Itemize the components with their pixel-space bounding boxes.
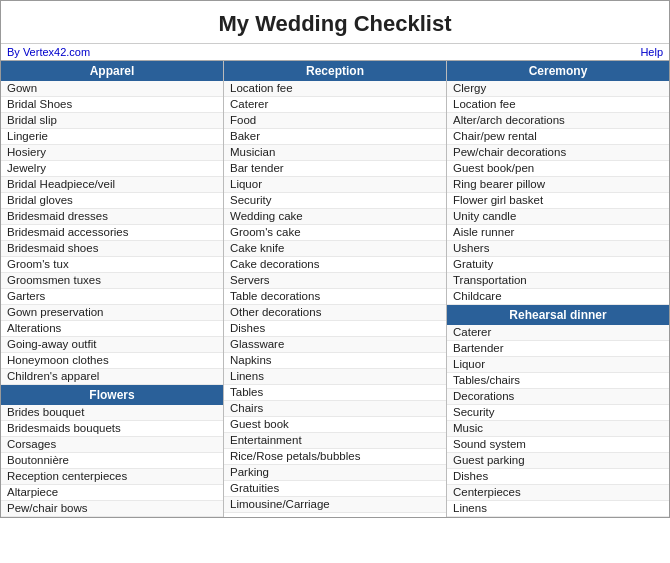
list-item: Rice/Rose petals/bubbles bbox=[224, 449, 446, 465]
list-item: Parking bbox=[224, 465, 446, 481]
list-item: Brides bouquet bbox=[1, 405, 223, 421]
list-item: Alterations bbox=[1, 321, 223, 337]
list-item: Napkins bbox=[224, 353, 446, 369]
help-link[interactable]: Help bbox=[640, 46, 663, 58]
page-wrapper: My Wedding Checklist By Vertex42.com Hel… bbox=[0, 0, 670, 518]
list-item: Altarpiece bbox=[1, 485, 223, 501]
list-item: Gown preservation bbox=[1, 305, 223, 321]
list-item: Aisle runner bbox=[447, 225, 669, 241]
apparel-header: Apparel bbox=[1, 61, 223, 81]
list-item: Jewelry bbox=[1, 161, 223, 177]
list-item: Location fee bbox=[447, 97, 669, 113]
list-item: Bridesmaid accessories bbox=[1, 225, 223, 241]
list-item: Groom's tux bbox=[1, 257, 223, 273]
list-item: Ring bearer pillow bbox=[447, 177, 669, 193]
list-item: Children's apparel bbox=[1, 369, 223, 385]
list-item: Reception centerpieces bbox=[1, 469, 223, 485]
list-item: Sound system bbox=[447, 437, 669, 453]
title-bar: My Wedding Checklist bbox=[1, 1, 669, 44]
list-item: Wedding cake bbox=[224, 209, 446, 225]
list-item: Childcare bbox=[447, 289, 669, 305]
list-item: Alter/arch decorations bbox=[447, 113, 669, 129]
list-item: Flower girl basket bbox=[447, 193, 669, 209]
list-item: Caterer bbox=[447, 325, 669, 341]
ceremony-list: ClergyLocation feeAlter/arch decorations… bbox=[447, 81, 669, 305]
list-item: Liquor bbox=[224, 177, 446, 193]
list-item: Linens bbox=[224, 369, 446, 385]
list-item: Security bbox=[224, 193, 446, 209]
list-item: Security bbox=[447, 405, 669, 421]
list-item: Bar tender bbox=[224, 161, 446, 177]
ceremony-header: Ceremony bbox=[447, 61, 669, 81]
rehearsal-header: Rehearsal dinner bbox=[447, 305, 669, 325]
list-item: Centerpieces bbox=[447, 485, 669, 501]
list-item: Gratuities bbox=[224, 481, 446, 497]
list-item: Entertainment bbox=[224, 433, 446, 449]
list-item: Dishes bbox=[447, 469, 669, 485]
flowers-header: Flowers bbox=[1, 385, 223, 405]
list-item: Pew/chair decorations bbox=[447, 145, 669, 161]
list-item: Bridal Headpiece/veil bbox=[1, 177, 223, 193]
list-item: Gratuity bbox=[447, 257, 669, 273]
list-item: Hosiery bbox=[1, 145, 223, 161]
list-item: Caterer bbox=[224, 97, 446, 113]
list-item: Glassware bbox=[224, 337, 446, 353]
list-item: Pew/chair bows bbox=[1, 501, 223, 517]
list-item: Bridesmaids bouquets bbox=[1, 421, 223, 437]
rehearsal-list: CatererBartenderLiquorTables/chairsDecor… bbox=[447, 325, 669, 517]
list-item: Limousine/Carriage bbox=[224, 497, 446, 513]
list-item: Location fee bbox=[224, 81, 446, 97]
list-item: Guest parking bbox=[447, 453, 669, 469]
reception-header: Reception bbox=[224, 61, 446, 81]
reception-list: Location feeCatererFoodBakerMusicianBar … bbox=[224, 81, 446, 513]
list-item: Tables bbox=[224, 385, 446, 401]
apparel-list: GownBridal ShoesBridal slipLingerieHosie… bbox=[1, 81, 223, 385]
list-item: Linens bbox=[447, 501, 669, 517]
list-item: Gown bbox=[1, 81, 223, 97]
list-item: Garters bbox=[1, 289, 223, 305]
list-item: Groom's cake bbox=[224, 225, 446, 241]
list-item: Unity candle bbox=[447, 209, 669, 225]
list-item: Corsages bbox=[1, 437, 223, 453]
list-item: Clergy bbox=[447, 81, 669, 97]
list-item: Cake decorations bbox=[224, 257, 446, 273]
list-item: Cake knife bbox=[224, 241, 446, 257]
list-item: Honeymoon clothes bbox=[1, 353, 223, 369]
list-item: Bridesmaid shoes bbox=[1, 241, 223, 257]
list-item: Guest book bbox=[224, 417, 446, 433]
list-item: Bartender bbox=[447, 341, 669, 357]
list-item: Bridesmaid dresses bbox=[1, 209, 223, 225]
credit-link[interactable]: By Vertex42.com bbox=[7, 46, 90, 58]
list-item: Ushers bbox=[447, 241, 669, 257]
page-title: My Wedding Checklist bbox=[6, 11, 664, 37]
list-item: Food bbox=[224, 113, 446, 129]
apparel-column: Apparel GownBridal ShoesBridal slipLinge… bbox=[1, 61, 224, 517]
list-item: Chairs bbox=[224, 401, 446, 417]
list-item: Going-away outfit bbox=[1, 337, 223, 353]
list-item: Servers bbox=[224, 273, 446, 289]
list-item: Boutonnière bbox=[1, 453, 223, 469]
list-item: Bridal slip bbox=[1, 113, 223, 129]
list-item: Table decorations bbox=[224, 289, 446, 305]
top-bar: By Vertex42.com Help bbox=[1, 44, 669, 60]
columns: Apparel GownBridal ShoesBridal slipLinge… bbox=[1, 60, 669, 517]
list-item: Lingerie bbox=[1, 129, 223, 145]
ceremony-column: Ceremony ClergyLocation feeAlter/arch de… bbox=[447, 61, 669, 517]
list-item: Other decorations bbox=[224, 305, 446, 321]
list-item: Musician bbox=[224, 145, 446, 161]
list-item: Chair/pew rental bbox=[447, 129, 669, 145]
list-item: Dishes bbox=[224, 321, 446, 337]
list-item: Baker bbox=[224, 129, 446, 145]
list-item: Bridal gloves bbox=[1, 193, 223, 209]
list-item: Liquor bbox=[447, 357, 669, 373]
list-item: Bridal Shoes bbox=[1, 97, 223, 113]
reception-column: Reception Location feeCatererFoodBakerMu… bbox=[224, 61, 447, 517]
list-item: Decorations bbox=[447, 389, 669, 405]
list-item: Music bbox=[447, 421, 669, 437]
list-item: Groomsmen tuxes bbox=[1, 273, 223, 289]
list-item: Tables/chairs bbox=[447, 373, 669, 389]
flowers-list: Brides bouquetBridesmaids bouquetsCorsag… bbox=[1, 405, 223, 517]
list-item: Transportation bbox=[447, 273, 669, 289]
list-item: Guest book/pen bbox=[447, 161, 669, 177]
